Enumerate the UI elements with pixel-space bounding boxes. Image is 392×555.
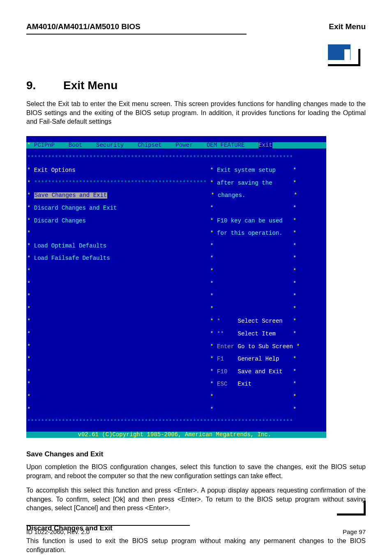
help-line: changes. [218, 192, 245, 199]
tab-oem[interactable]: OEM FEATURE [207, 142, 244, 148]
tab-chipset[interactable]: Chipset [138, 142, 162, 148]
tab-boot[interactable]: Boot [69, 142, 83, 148]
section-title: Exit Menu [63, 79, 118, 92]
key-hint: ESC Exit [217, 381, 251, 387]
menu-optimal[interactable]: Load Optimal Defaults [34, 243, 106, 249]
tab-exit[interactable]: Exit [258, 142, 272, 148]
header-left: AM4010/AM4011/AM5010 BIOS [26, 22, 141, 31]
help-line: for this operation. [217, 230, 283, 236]
bios-footer: v02.61 (C)Copyright 1985-2006, American … [26, 432, 326, 438]
bios-screenshot: * PCIPnP Boot Security Chipset Power OEM… [26, 136, 326, 438]
header-right: Exit Menu [329, 22, 366, 31]
menu-discard[interactable]: Discard Changes [34, 218, 86, 224]
header-rule [26, 34, 247, 35]
paragraph: To accomplish this select this function … [26, 486, 366, 513]
tab-pcipnp[interactable]: PCIPnP [34, 142, 55, 148]
footer-rule [26, 525, 190, 526]
key-hint: F1 General Help [217, 356, 279, 362]
paragraph: Upon completion the BIOS configuration c… [26, 462, 366, 480]
key-hint: Enter Go to Sub Screen [217, 344, 293, 350]
key-hint: * Select Screen [217, 318, 283, 324]
help-line: F10 key can be used [217, 218, 283, 224]
corner-mark [337, 501, 366, 516]
help-line: Exit system setup [217, 167, 276, 173]
key-hint: F10 Save and Exit [217, 369, 283, 375]
menu-discard-exit[interactable]: Discard Changes and Exit [34, 205, 117, 211]
brand-logo [328, 44, 366, 69]
help-line: after saving the [217, 180, 272, 186]
paragraph: This function is used to exit the BIOS s… [26, 536, 366, 554]
subheading-save: Save Changes and Exit [26, 450, 366, 458]
intro-paragraph: Select the Exit tab to enter the Exit me… [26, 99, 366, 126]
menu-failsafe[interactable]: Load Failsafe Defaults [34, 255, 110, 261]
menu-save-exit[interactable]: Save Changes and Exit [34, 192, 107, 199]
section-number: 9. [26, 79, 63, 92]
key-hint: ** Select Item [217, 331, 276, 337]
section-heading: 9.Exit Menu [26, 79, 366, 92]
tab-security[interactable]: Security [96, 142, 124, 148]
bios-heading: Exit Options [34, 167, 76, 173]
tab-power[interactable]: Power [175, 142, 193, 148]
footer-id: ID 1022-2060, Rev. 2.0 [26, 528, 90, 535]
footer-page: Page 97 [343, 528, 366, 535]
